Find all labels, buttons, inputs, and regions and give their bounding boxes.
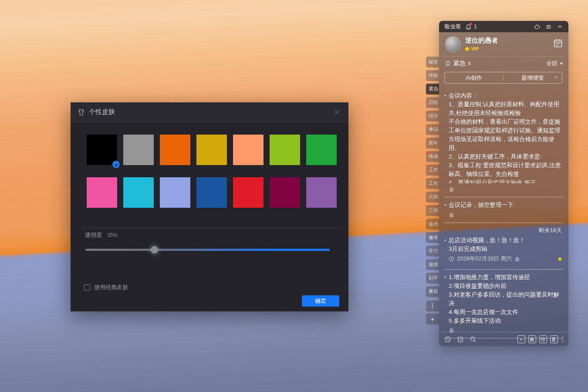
side-tab-15[interactable]: 旅游 xyxy=(426,259,439,270)
truncated-line: 4、要通知用户和监理方验收,签证 xyxy=(449,179,563,183)
swatch-cyan[interactable] xyxy=(123,177,154,208)
ledger-box-button[interactable]: 账 xyxy=(528,335,536,343)
note-item-2[interactable]: 会议记录，抽空整理一下 xyxy=(444,201,563,210)
swatch-red[interactable] xyxy=(233,177,264,208)
swatch-gray[interactable] xyxy=(123,135,154,165)
side-tab-13[interactable]: 健康 xyxy=(426,232,439,243)
side-tab-0[interactable]: 秘密 xyxy=(426,57,439,68)
side-tab-10[interactable]: 六班 xyxy=(426,192,439,203)
side-tab-9[interactable]: 工作 xyxy=(426,178,439,189)
swatch-purple[interactable] xyxy=(306,177,337,208)
lock-row xyxy=(449,185,563,192)
side-tab-11[interactable]: 三班 xyxy=(426,205,439,216)
side-tab-3[interactable]: 日程 xyxy=(426,97,439,108)
lock-row xyxy=(449,211,563,217)
swatch-green[interactable] xyxy=(306,135,337,165)
vip-badge: VIP xyxy=(471,46,479,51)
transparency-value: 35% xyxy=(107,232,118,238)
app-name: 敬业签 xyxy=(444,23,461,30)
transparency-label: 透明度 xyxy=(85,231,102,239)
search-icon[interactable] xyxy=(470,336,476,343)
collapse-icon[interactable] xyxy=(557,24,563,30)
category-count: 4 xyxy=(468,61,471,67)
calendar-icon[interactable] xyxy=(553,38,563,50)
clock-icon xyxy=(449,256,454,262)
reminder-clock-icon[interactable] xyxy=(444,336,451,343)
side-tab-6[interactable]: 新年 xyxy=(426,138,439,149)
category-row: 紧急 4 全部 xyxy=(445,60,563,68)
new-note-button[interactable]: 新增便签 xyxy=(504,72,562,83)
swatch-pink[interactable] xyxy=(87,177,117,208)
cloud-sync-icon[interactable] xyxy=(534,24,541,30)
todo-calendar-icon[interactable] xyxy=(457,336,464,343)
panel-toolbar: + 账 印 算 xyxy=(439,332,568,346)
note-item-4[interactable]: 1.增加地推力度，增加宣传途径 2.项目收益要稳步向前 3.对老客户多多回访，提… xyxy=(444,273,563,325)
swatch-salmon[interactable] xyxy=(233,135,264,165)
note-item-3[interactable]: 总店活动视频，急！急！急！ 3月前完成剪辑 xyxy=(444,236,563,253)
confirm-button[interactable]: 确定 xyxy=(302,295,339,307)
swatch-periwinkle[interactable] xyxy=(160,177,190,208)
calculator-box-button[interactable]: 算 xyxy=(550,335,558,343)
slider-thumb[interactable] xyxy=(151,246,158,253)
selected-check-icon xyxy=(112,161,120,168)
vip-gem-icon xyxy=(465,46,470,51)
user-row: 逆位的愚者 VIP xyxy=(445,35,563,53)
avatar[interactable] xyxy=(445,36,461,52)
shortcut-hint-icon xyxy=(554,75,558,80)
more-options-icon[interactable] xyxy=(562,337,564,342)
notification-bell-icon[interactable] xyxy=(465,24,472,30)
skin-settings-dialog: 个性皮肤 透明度 35% 使用经典皮肤 确定 xyxy=(71,102,348,311)
classic-skin-checkbox[interactable] xyxy=(84,284,90,291)
header-divider xyxy=(443,56,564,57)
star-icon[interactable]: ★ xyxy=(557,256,563,262)
unread-dot xyxy=(427,152,429,154)
note-divider xyxy=(444,223,563,223)
skin-color-grid xyxy=(87,135,337,208)
side-tab-17[interactable]: 番茄 xyxy=(426,286,439,297)
note-date-row: 2026年02月28日 周六 ★ xyxy=(449,255,563,263)
side-tab-7[interactable]: 情感 xyxy=(426,151,439,162)
side-tab-4[interactable]: 待办 xyxy=(426,111,439,122)
side-tab-5[interactable]: 单词 xyxy=(426,124,439,135)
swatch-wine[interactable] xyxy=(270,177,300,208)
add-note-box-button[interactable]: + xyxy=(517,335,525,343)
notes-list: 会议内容： 1、质量控制:认真把好原材料、构配件使用 关,杜绝使用未经检验或检验… xyxy=(444,87,563,342)
dialog-divider xyxy=(82,227,341,228)
notification-count: 1 xyxy=(474,24,477,30)
side-tab-1[interactable]: 传输 xyxy=(426,70,439,81)
filter-dropdown[interactable]: 全部 xyxy=(546,60,563,68)
bookmark-icon xyxy=(445,61,451,67)
swatch-yellow-green[interactable] xyxy=(270,135,300,165)
classic-skin-label: 使用经典皮肤 xyxy=(94,284,128,291)
ai-create-button[interactable]: Ai创作 xyxy=(445,72,503,83)
skin-shirt-icon xyxy=(78,108,85,116)
note-item-1[interactable]: 会议内容： 1、质量控制:认真把好原材料、构配件使用 关,杜绝使用未经检验或检验… xyxy=(444,91,563,183)
swatch-gold[interactable] xyxy=(196,135,227,165)
note-divider xyxy=(444,269,563,270)
remaining-days: 剩余18天 xyxy=(444,226,562,234)
close-icon[interactable] xyxy=(331,107,342,118)
plus-icon: + xyxy=(431,315,435,323)
menu-icon[interactable] xyxy=(545,24,552,30)
add-tab-button[interactable]: + xyxy=(426,314,439,324)
dialog-titlebar: 个性皮肤 xyxy=(71,102,348,122)
print-box-button[interactable]: 印 xyxy=(539,335,547,343)
dialog-title: 个性皮肤 xyxy=(89,108,115,116)
classic-skin-option[interactable]: 使用经典皮肤 xyxy=(84,284,128,291)
side-tab-12[interactable]: 会员 xyxy=(426,219,439,230)
side-tab-8[interactable]: 工作 xyxy=(426,165,439,176)
swatch-orange[interactable] xyxy=(160,135,190,165)
more-tabs-button[interactable] xyxy=(426,301,439,311)
panel-titlebar[interactable]: 敬业签 1 xyxy=(439,21,568,32)
lock-icon xyxy=(514,256,520,262)
side-tab-16[interactable]: 剁手 xyxy=(426,273,439,284)
lock-icon xyxy=(449,186,454,192)
swatch-dark-blue[interactable] xyxy=(196,177,227,208)
lock-icon xyxy=(449,212,454,218)
transparency-slider[interactable] xyxy=(85,249,330,251)
side-tab-14[interactable]: 学习 xyxy=(426,246,439,257)
caret-down-icon xyxy=(560,63,563,65)
swatch-black[interactable] xyxy=(87,135,117,165)
side-tab-2-active[interactable]: 紧急 xyxy=(426,84,439,95)
user-name: 逆位的愚者 xyxy=(465,37,498,45)
